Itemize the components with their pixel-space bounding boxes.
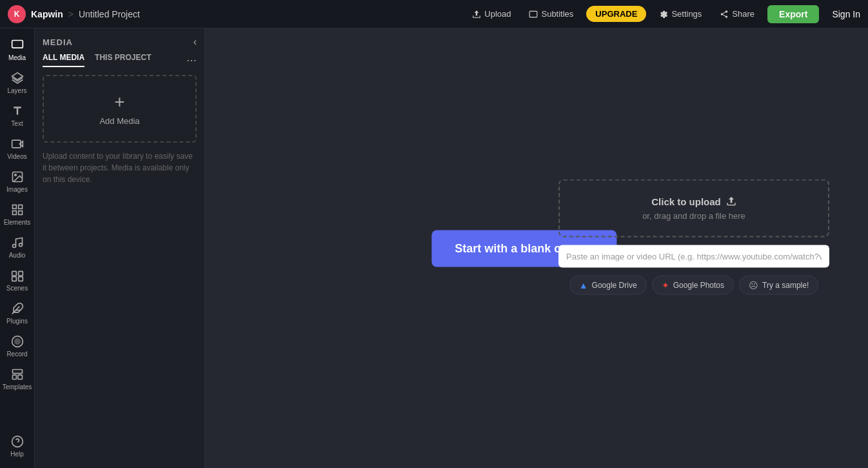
upgrade-button[interactable]: UPGRADE bbox=[586, 6, 646, 22]
sidebar-item-scenes[interactable]: Scenes bbox=[0, 264, 35, 297]
svg-rect-14 bbox=[18, 271, 23, 276]
subtitles-button[interactable]: Subtitles bbox=[524, 6, 578, 21]
svg-rect-8 bbox=[18, 205, 22, 209]
try-sample-button[interactable]: ☹ Try a sample! bbox=[739, 275, 818, 294]
sidebar-item-templates[interactable]: Templates bbox=[0, 363, 35, 396]
media-panel-header: MEDIA ‹ bbox=[35, 28, 204, 48]
export-button[interactable]: Export bbox=[767, 5, 819, 23]
extra-sources: ▲ Google Drive ✦ Google Photos ☹ Try a s… bbox=[558, 275, 829, 294]
sidebar-item-text[interactable]: Text bbox=[0, 99, 35, 132]
google-drive-button[interactable]: ▲ Google Drive bbox=[569, 275, 647, 294]
svg-rect-10 bbox=[18, 211, 22, 215]
media-hint-text: Upload content to your library to easily… bbox=[35, 150, 204, 185]
upload-icon bbox=[726, 196, 736, 207]
gdrive-icon: ▲ bbox=[579, 280, 588, 290]
sidebar: Media Layers Text Videos Images Elements bbox=[0, 28, 35, 468]
svg-point-19 bbox=[14, 338, 21, 345]
svg-rect-16 bbox=[18, 277, 23, 281]
upload-button[interactable]: Upload bbox=[467, 6, 516, 21]
tab-all-media[interactable]: ALL MEDIA bbox=[43, 53, 84, 67]
svg-point-6 bbox=[14, 174, 15, 176]
canvas-area[interactable]: Start with a blank canvas or Click to up… bbox=[205, 28, 868, 468]
svg-rect-21 bbox=[12, 370, 22, 374]
media-tabs: ALL MEDIA THIS PROJECT ⋯ bbox=[35, 48, 204, 67]
add-media-button[interactable]: + Add Media bbox=[43, 75, 197, 143]
share-button[interactable]: Share bbox=[715, 6, 760, 21]
add-media-label: Add Media bbox=[99, 116, 139, 126]
panel-collapse-button[interactable]: ‹ bbox=[193, 36, 197, 48]
signin-button[interactable]: Sign In bbox=[832, 9, 860, 19]
svg-rect-22 bbox=[12, 375, 16, 380]
project-name[interactable]: Untitled Project bbox=[79, 9, 140, 19]
url-input[interactable] bbox=[558, 245, 829, 267]
gphotos-icon: ✦ bbox=[662, 280, 669, 290]
logo-area: K Kapwin > Untitled Project bbox=[8, 5, 140, 23]
upload-drag-text: or, drag and drop a file here bbox=[580, 210, 807, 220]
sidebar-item-record[interactable]: Record bbox=[0, 330, 35, 363]
upload-click-text: Click to upload bbox=[580, 196, 807, 207]
tab-this-project[interactable]: THIS PROJECT bbox=[95, 53, 151, 67]
sidebar-item-layers[interactable]: Layers bbox=[0, 66, 35, 99]
topbar: K Kapwin > Untitled Project Upload Subti… bbox=[0, 0, 868, 28]
logo-icon: K bbox=[8, 5, 26, 23]
sidebar-item-media[interactable]: Media bbox=[0, 34, 35, 66]
sidebar-item-images[interactable]: Images bbox=[0, 165, 35, 198]
svg-point-11 bbox=[12, 245, 15, 248]
svg-rect-1 bbox=[12, 41, 23, 48]
svg-rect-15 bbox=[12, 277, 16, 281]
svg-rect-0 bbox=[530, 11, 538, 17]
add-media-plus-icon: + bbox=[114, 92, 124, 112]
svg-point-12 bbox=[19, 243, 22, 247]
upload-drop-area[interactable]: Click to upload or, drag and drop a file… bbox=[558, 179, 829, 237]
svg-rect-23 bbox=[17, 375, 22, 380]
brand-name: Kapwin bbox=[31, 9, 63, 19]
settings-button[interactable]: Settings bbox=[654, 6, 707, 21]
sidebar-item-audio[interactable]: Audio bbox=[0, 231, 35, 264]
media-panel: MEDIA ‹ ALL MEDIA THIS PROJECT ⋯ + Add M… bbox=[35, 28, 205, 468]
svg-rect-9 bbox=[12, 211, 16, 215]
sidebar-item-videos[interactable]: Videos bbox=[0, 132, 35, 165]
sidebar-item-plugins[interactable]: Plugins bbox=[0, 297, 35, 330]
svg-rect-13 bbox=[12, 271, 16, 276]
svg-marker-4 bbox=[19, 141, 23, 147]
google-photos-button[interactable]: ✦ Google Photos bbox=[652, 275, 734, 294]
main-layout: Media Layers Text Videos Images Elements bbox=[0, 28, 868, 468]
upload-zone: Click to upload or, drag and drop a file… bbox=[558, 179, 829, 294]
sample-icon: ☹ bbox=[749, 280, 758, 290]
sidebar-item-elements[interactable]: Elements bbox=[0, 198, 35, 231]
svg-rect-7 bbox=[12, 205, 16, 209]
media-panel-title: MEDIA bbox=[43, 37, 73, 47]
sidebar-item-help[interactable]: Help bbox=[0, 430, 35, 463]
breadcrumb-separator: > bbox=[68, 9, 74, 19]
media-tabs-more-button[interactable]: ⋯ bbox=[186, 54, 197, 66]
